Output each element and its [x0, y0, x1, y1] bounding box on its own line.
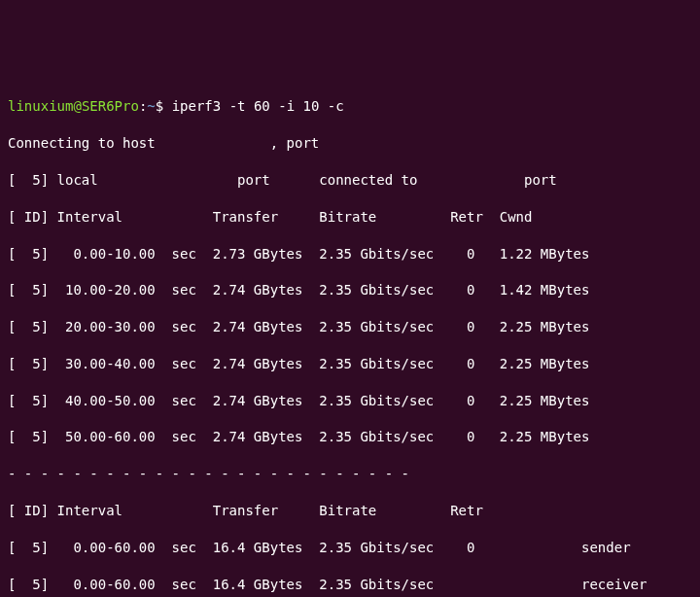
- table-row: [ 5] 0.00-10.00 sec 2.73 GBytes 2.35 Gbi…: [8, 245, 692, 263]
- prompt-line-1: linuxium@SER6Pro:~$ iperf3 -t 60 -i 10 -…: [8, 97, 692, 116]
- separator-line: - - - - - - - - - - - - - - - - - - - - …: [8, 465, 692, 483]
- terminal-output: linuxium@SER6Pro:~$ iperf3 -t 60 -i 10 -…: [8, 80, 692, 597]
- table-row: [ 5] 20.00-30.00 sec 2.74 GBytes 2.35 Gb…: [8, 318, 692, 336]
- socket-info-line: [ 5] local port connected to port: [8, 171, 692, 190]
- summary-row: [ 5] 0.00-60.00 sec 16.4 GBytes 2.35 Gbi…: [8, 539, 692, 557]
- summary-row: [ 5] 0.00-60.00 sec 16.4 GBytes 2.35 Gbi…: [8, 576, 692, 594]
- table-header: [ ID] Interval Transfer Bitrate Retr Cwn…: [8, 208, 692, 227]
- table-row: [ 5] 30.00-40.00 sec 2.74 GBytes 2.35 Gb…: [8, 355, 692, 373]
- prompt-user: linuxium: [8, 98, 73, 114]
- prompt-path: ~: [147, 98, 155, 114]
- connecting-line: Connecting to host , port: [8, 134, 692, 153]
- table-row: [ 5] 10.00-20.00 sec 2.74 GBytes 2.35 Gb…: [8, 281, 692, 299]
- table-row: [ 5] 40.00-50.00 sec 2.74 GBytes 2.35 Gb…: [8, 392, 692, 410]
- table-row: [ 5] 50.00-60.00 sec 2.74 GBytes 2.35 Gb…: [8, 428, 692, 446]
- command-1: iperf3 -t 60 -i 10 -c: [163, 98, 343, 114]
- summary-header: [ ID] Interval Transfer Bitrate Retr: [8, 502, 692, 520]
- prompt-host: SER6Pro: [82, 98, 139, 114]
